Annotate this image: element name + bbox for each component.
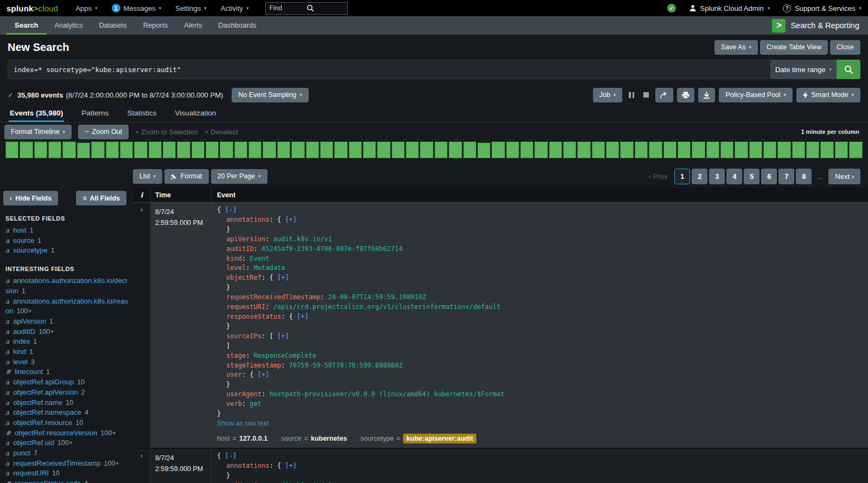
interesting-field-objectRef.name[interactable]: aobjectRef.name10 bbox=[0, 398, 133, 408]
timeline-bar-21[interactable] bbox=[291, 141, 304, 158]
selected-field-host[interactable]: ahost1 bbox=[0, 226, 133, 236]
interesting-field-level[interactable]: alevel3 bbox=[0, 357, 133, 368]
support-menu[interactable]: ? Support & Services▾ bbox=[783, 4, 861, 12]
field-name-link[interactable]: objectRef.name bbox=[13, 398, 62, 407]
timeline-bar-16[interactable] bbox=[220, 141, 233, 158]
timeline-bar-36[interactable] bbox=[506, 141, 519, 158]
hide-fields-button[interactable]: ‹Hide Fields bbox=[3, 191, 58, 205]
stop-job-icon[interactable] bbox=[641, 92, 652, 98]
timeline-bar-18[interactable] bbox=[248, 141, 261, 158]
tab-patterns[interactable]: Patterns bbox=[80, 105, 110, 122]
search-mode-button[interactable]: Smart Mode▾ bbox=[796, 88, 860, 102]
user-menu[interactable]: Splunk Cloud Admin▾ bbox=[689, 4, 770, 12]
field-name-link[interactable]: requestURI bbox=[13, 469, 49, 477]
interesting-field-objectRef.apiVersion[interactable]: aobjectRef.apiVersion2 bbox=[0, 388, 133, 398]
page-button-8[interactable]: 8 bbox=[796, 169, 812, 184]
meta-field-value-source[interactable]: kubernetes bbox=[311, 435, 347, 442]
page-button-2[interactable]: 2 bbox=[692, 169, 707, 184]
interesting-field-punct[interactable]: apunct7 bbox=[0, 448, 133, 459]
interesting-field-objectRef.apiGroup[interactable]: aobjectRef.apiGroup10 bbox=[0, 377, 133, 388]
timeline-bar-17[interactable] bbox=[234, 141, 247, 158]
timeline-bar-5[interactable] bbox=[62, 141, 75, 158]
json-toggle-link[interactable]: [-] bbox=[225, 206, 237, 214]
page-button-7[interactable]: 7 bbox=[778, 169, 794, 184]
timeline-bar-2[interactable] bbox=[20, 141, 33, 158]
interesting-field-kind[interactable]: akind1 bbox=[0, 347, 133, 357]
event-timestamp[interactable]: 8/7/242:59:59.000 PM bbox=[151, 449, 212, 483]
zoom-out-button[interactable]: −Zoom Out bbox=[78, 125, 129, 139]
timeline-bar-28[interactable] bbox=[392, 141, 405, 158]
selected-field-source[interactable]: asource1 bbox=[0, 236, 133, 246]
timeline-bar-7[interactable] bbox=[91, 141, 104, 158]
timeline-bar-51[interactable] bbox=[720, 141, 733, 158]
app-identity[interactable]: > Search & Reporting bbox=[772, 16, 868, 35]
export-button[interactable] bbox=[698, 88, 715, 102]
field-name-link[interactable]: responseStatus.code bbox=[15, 479, 81, 483]
timeline-bar-45[interactable] bbox=[635, 141, 648, 158]
page-button-3[interactable]: 3 bbox=[709, 169, 725, 184]
nav-datasets[interactable]: Datasets bbox=[91, 16, 135, 35]
page-button-6[interactable]: 6 bbox=[761, 169, 777, 184]
field-name-link[interactable]: objectRef.resource bbox=[13, 418, 72, 427]
timeline-bar-29[interactable] bbox=[406, 141, 419, 158]
field-name-link[interactable]: host bbox=[13, 226, 27, 234]
save-as-button[interactable]: Save As▾ bbox=[714, 40, 758, 55]
menu-messages[interactable]: 1Messages▾ bbox=[112, 4, 162, 12]
json-toggle-link[interactable]: [+] bbox=[285, 216, 297, 223]
timeline-bar-59[interactable] bbox=[835, 141, 848, 158]
interesting-field-annotations.authorization.k8s.io/decision[interactable]: aannotations.authorization.k8s.io/decisi… bbox=[0, 276, 133, 296]
zoom-to-selection-button[interactable]: + Zoom to Selection bbox=[135, 128, 198, 136]
nav-dashboards[interactable]: Dashboards bbox=[210, 16, 264, 35]
timeline-bar-53[interactable] bbox=[749, 141, 762, 158]
page-button-4[interactable]: 4 bbox=[726, 169, 742, 184]
nav-reports[interactable]: Reports bbox=[135, 16, 176, 35]
time-range-picker[interactable]: Date time range▾ bbox=[770, 60, 837, 79]
selected-field-sourcetype[interactable]: asourcetype1 bbox=[0, 246, 133, 256]
timeline-bar-10[interactable] bbox=[134, 141, 147, 158]
interesting-field-objectRef.resource[interactable]: aobjectRef.resource10 bbox=[0, 418, 133, 428]
show-raw-text-link[interactable]: Show as raw text bbox=[217, 419, 863, 429]
timeline-bar-30[interactable] bbox=[420, 141, 433, 158]
timeline-bar-46[interactable] bbox=[649, 141, 662, 158]
timeline-bar-43[interactable] bbox=[606, 141, 619, 158]
timeline-bar-20[interactable] bbox=[277, 141, 290, 158]
field-name-link[interactable]: level bbox=[13, 358, 28, 366]
print-button[interactable] bbox=[677, 88, 694, 102]
prev-page-button[interactable]: ‹ Prev bbox=[649, 172, 668, 181]
format-results-button[interactable]: Format bbox=[164, 169, 209, 184]
field-name-link[interactable]: apiVersion bbox=[13, 317, 46, 325]
timeline-bar-42[interactable] bbox=[592, 141, 605, 158]
tab-statistics[interactable]: Statistics bbox=[126, 105, 158, 122]
splunk-cloud-logo[interactable]: splunk>cloud bbox=[7, 4, 58, 13]
workload-pool-button[interactable]: Policy-Based Pool▾ bbox=[719, 88, 793, 102]
interesting-field-objectRef.namespace[interactable]: aobjectRef.namespace4 bbox=[0, 408, 133, 418]
timeline-bar-25[interactable] bbox=[349, 141, 362, 158]
search-query-input[interactable]: index=* sourcetype="kube:apiserver:audit… bbox=[8, 60, 770, 79]
timeline-bar-57[interactable] bbox=[806, 141, 819, 158]
tab-visualization[interactable]: Visualization bbox=[174, 105, 218, 122]
field-name-link[interactable]: objectRef.uid bbox=[13, 439, 54, 447]
field-name-link[interactable]: auditID bbox=[13, 327, 35, 336]
timeline-bar-44[interactable] bbox=[620, 141, 633, 158]
timeline-bar-60[interactable] bbox=[849, 141, 862, 158]
next-page-button[interactable]: Next › bbox=[828, 169, 860, 184]
timeline-bar-1[interactable] bbox=[5, 141, 18, 158]
timeline-bar-6[interactable] bbox=[77, 143, 90, 158]
interesting-field-requestReceivedTimestamp[interactable]: arequestReceivedTimestamp100+ bbox=[0, 459, 133, 469]
timeline-bar-32[interactable] bbox=[449, 141, 462, 158]
event-timestamp[interactable]: 8/7/242:59:59.000 PM bbox=[151, 203, 212, 448]
field-name-link[interactable]: objectRef.resourceVersion bbox=[15, 429, 97, 437]
pause-job-icon[interactable] bbox=[626, 92, 637, 98]
json-toggle-link[interactable]: [+] bbox=[277, 332, 289, 340]
timeline-bar-27[interactable] bbox=[377, 141, 390, 158]
field-name-link[interactable]: objectRef.apiVersion bbox=[13, 388, 78, 396]
field-name-link[interactable]: sourcetype bbox=[13, 246, 48, 254]
field-name-link[interactable]: punct bbox=[13, 449, 30, 457]
json-toggle-link[interactable]: [+] bbox=[277, 274, 289, 281]
timeline-bar-24[interactable] bbox=[334, 141, 347, 158]
interesting-field-objectRef.resourceVersion[interactable]: #objectRef.resourceVersion100+ bbox=[0, 428, 133, 439]
field-name-link[interactable]: source bbox=[13, 236, 34, 244]
interesting-field-linecount[interactable]: #linecount1 bbox=[0, 367, 133, 377]
timeline-bar-37[interactable] bbox=[520, 141, 533, 158]
timeline-bar-34[interactable] bbox=[477, 143, 490, 158]
